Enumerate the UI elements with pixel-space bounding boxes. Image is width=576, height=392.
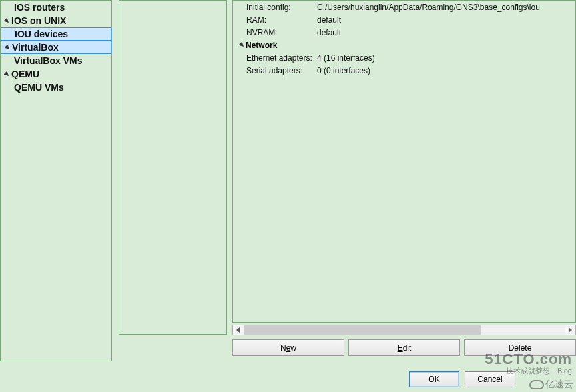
scroll-track[interactable] bbox=[244, 325, 565, 335]
tree-item-ios-routers[interactable]: IOS routers bbox=[1, 1, 111, 14]
watermark-cloud: 亿速云 bbox=[529, 379, 573, 391]
tree-label: IOS routers bbox=[14, 2, 65, 13]
btn-text: Delete bbox=[509, 343, 532, 353]
category-tree: IOS routers IOS on UNIX IOU devices Virt… bbox=[1, 1, 111, 94]
tree-item-virtualbox-vms[interactable]: VirtualBox VMs bbox=[1, 54, 111, 67]
watermark-cloud-text: 亿速云 bbox=[545, 379, 573, 391]
scroll-thumb[interactable] bbox=[244, 325, 481, 335]
detail-row-initial-config: Initial config: C:/Users/huxianglin/AppD… bbox=[238, 1, 575, 13]
detail-label: Ethernet adapters: bbox=[238, 53, 317, 63]
detail-row-ram: RAM: default bbox=[238, 13, 575, 26]
detail-value: default bbox=[317, 28, 341, 37]
tree-label: QEMU VMs bbox=[14, 82, 64, 93]
tree-label: QEMU bbox=[11, 69, 39, 79]
tree-label: VirtualBox bbox=[12, 42, 59, 53]
scroll-right-button[interactable] bbox=[565, 325, 575, 335]
cloud-icon bbox=[529, 380, 544, 389]
detail-row-nvram: NVRAM: default bbox=[238, 26, 575, 39]
detail-value: 0 (0 interfaces) bbox=[317, 66, 370, 75]
detail-label: Serial adapters: bbox=[238, 66, 317, 75]
tree-label: IOU devices bbox=[15, 29, 68, 39]
tree-label: IOS on UNIX bbox=[11, 15, 66, 26]
btn-text: el bbox=[496, 375, 502, 384]
tree-item-virtualbox[interactable]: VirtualBox bbox=[1, 41, 111, 54]
tree-item-qemu-vms[interactable]: QEMU VMs bbox=[1, 81, 111, 94]
collapse-icon bbox=[238, 42, 245, 48]
tree-item-ios-on-unix[interactable]: IOS on UNIX bbox=[1, 14, 111, 27]
cancel-button[interactable]: Cancel bbox=[465, 371, 515, 387]
template-action-buttons: New Edit Delete bbox=[232, 339, 576, 356]
section-title: Network bbox=[246, 41, 277, 50]
detail-label: NVRAM: bbox=[238, 28, 317, 37]
tree-item-qemu[interactable]: QEMU bbox=[1, 67, 111, 81]
detail-row-ethernet: Ethernet adapters: 4 (16 interfaces) bbox=[238, 51, 575, 64]
detail-value: 4 (16 interfaces) bbox=[317, 53, 375, 63]
watermark-sub: 技术成就梦想 Blog bbox=[506, 366, 572, 376]
details-horizontal-scrollbar[interactable] bbox=[232, 325, 576, 335]
tree-item-iou-devices[interactable]: IOU devices bbox=[1, 27, 111, 41]
category-tree-panel: IOS routers IOS on UNIX IOU devices Virt… bbox=[0, 0, 112, 361]
section-header-network[interactable]: Network bbox=[238, 39, 575, 51]
templates-list-panel[interactable] bbox=[119, 0, 227, 335]
detail-value: default bbox=[317, 15, 341, 25]
tree-label: VirtualBox VMs bbox=[14, 55, 82, 66]
btn-text: Can bbox=[477, 375, 492, 384]
new-button[interactable]: New bbox=[232, 339, 344, 356]
collapse-icon bbox=[3, 17, 10, 24]
btn-text: N bbox=[280, 343, 286, 353]
detail-value: C:/Users/huxianglin/AppData/Roaming/GNS3… bbox=[317, 3, 540, 12]
template-details-panel: Initial config: C:/Users/huxianglin/AppD… bbox=[232, 0, 576, 323]
ok-button[interactable]: OK bbox=[409, 371, 459, 387]
btn-text: OK bbox=[428, 375, 439, 384]
detail-row-serial: Serial adapters: 0 (0 interfaces) bbox=[238, 64, 575, 77]
collapse-icon bbox=[3, 71, 10, 77]
delete-button[interactable]: Delete bbox=[464, 339, 576, 356]
btn-mnemonic: E bbox=[398, 343, 403, 353]
scroll-left-button[interactable] bbox=[233, 325, 244, 335]
collapse-icon bbox=[4, 44, 11, 51]
preferences-window: IOS routers IOS on UNIX IOU devices Virt… bbox=[0, 0, 576, 392]
btn-text: dit bbox=[403, 343, 412, 353]
edit-button[interactable]: Edit bbox=[348, 339, 460, 356]
detail-label: RAM: bbox=[238, 15, 317, 25]
btn-text: w bbox=[290, 343, 296, 353]
dialog-buttons: OK Cancel bbox=[409, 371, 515, 387]
detail-label: Initial config: bbox=[238, 3, 317, 12]
